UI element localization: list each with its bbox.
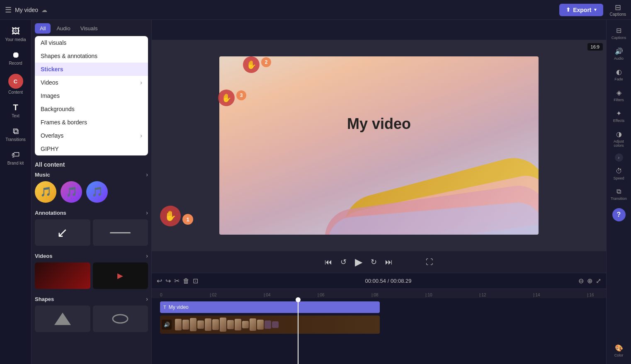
preview-canvas: 16:9 My video ✋ 1 ✋ [152, 40, 606, 251]
dropdown-item-videos[interactable]: Videos › [35, 76, 148, 89]
fade-rs-icon: ◐ [616, 68, 622, 76]
effects-rs-label: Effects [613, 119, 624, 123]
annotations-section-header: Annotations › [35, 209, 148, 216]
delete-button[interactable]: 🗑 [183, 277, 189, 285]
music-card-3[interactable]: 🎵 [86, 181, 108, 203]
fullscreen-button[interactable]: ⛶ [426, 258, 433, 267]
main-layout: 🖼 Your media ⏺ Record C Content T Text ⧉… [0, 20, 631, 364]
sidebar-item-transitions[interactable]: ⧉ Transitions [2, 123, 30, 145]
music-card-2[interactable]: 🎵 [61, 181, 82, 203]
skip-to-start-button[interactable]: ⏮ [325, 258, 332, 267]
panel: All Audio Visuals All visuals Shapes & a… [32, 20, 152, 364]
video-thumb-2[interactable]: ▶ [93, 262, 148, 289]
title-track[interactable]: T My video [160, 301, 380, 313]
rs-collapse-arrow[interactable]: › [615, 153, 623, 162]
export-button[interactable]: ⬆ Export ▾ [559, 4, 603, 16]
left-sidebar: 🖼 Your media ⏺ Record C Content T Text ⧉… [0, 20, 32, 364]
export-icon: ⬆ [566, 7, 570, 13]
speed-rs-label: Speed [613, 176, 624, 180]
redo-button[interactable]: ↪ [165, 277, 171, 285]
music-section-arrow-icon[interactable]: › [146, 171, 148, 178]
video-title: My video [15, 7, 38, 13]
skip-to-end-button[interactable]: ⏭ [385, 258, 393, 267]
svg-marker-0 [54, 313, 71, 325]
rs-item-speed[interactable]: ⏱ Speed [607, 164, 631, 184]
video-track[interactable]: 🔊 [160, 315, 380, 334]
content-heading: All content [35, 161, 148, 168]
shapes-section-arrow-icon[interactable]: › [146, 296, 148, 302]
undo-button[interactable]: ↩ [157, 277, 162, 285]
captions-rs-icon: ⊟ [616, 27, 621, 34]
captions-rs-label: Captions [612, 36, 626, 40]
content-avatar: C [8, 74, 23, 89]
videos-section-arrow-icon[interactable]: › [146, 252, 148, 259]
title-track-icon: T [163, 305, 166, 310]
ruler-mark-16: |:16 [587, 293, 594, 297]
sidebar-item-brand[interactable]: 🏷 Brand kit [2, 147, 30, 169]
ruler-mark-0: 0 [160, 293, 163, 297]
record-icon: ⏺ [12, 50, 20, 60]
annotations-section: Annotations › ↙ [35, 209, 148, 246]
filters-rs-label: Filters [614, 98, 624, 102]
music-section-title: Music [35, 172, 50, 178]
rs-item-transition[interactable]: ⧉ Transition [607, 184, 631, 204]
speed-rs-icon: ⏱ [616, 167, 622, 175]
expand-button[interactable]: ⤢ [596, 277, 601, 285]
title-track-label: My video [169, 304, 189, 310]
cloud-save-icon: ☁ [41, 7, 47, 13]
play-button[interactable]: ▶ [355, 256, 362, 268]
your-media-icon: 🖼 [12, 27, 20, 36]
captions-icon: ⊟ [615, 3, 621, 12]
tab-visuals[interactable]: Visuals [76, 23, 102, 34]
video-thumb-1[interactable] [35, 262, 90, 289]
zoom-in-button[interactable]: ⊕ [587, 277, 592, 285]
dropdown-item-giphy[interactable]: GIPHY [35, 142, 148, 155]
sidebar-item-text[interactable]: T Text [2, 99, 30, 121]
rs-item-color[interactable]: 🎨 Color [607, 341, 631, 361]
annotations-section-arrow-icon[interactable]: › [146, 209, 148, 216]
sidebar-item-record[interactable]: ⏺ Record [2, 47, 30, 69]
timeline-cursor[interactable] [298, 298, 299, 364]
caption-track-button[interactable]: ⊡ [193, 277, 198, 285]
cut-button[interactable]: ✂ [174, 277, 180, 285]
tab-audio[interactable]: Audio [52, 23, 74, 34]
ruler-mark-6: |:06 [318, 293, 325, 297]
shape-thumb-2[interactable] [93, 306, 148, 332]
shape-thumb-1[interactable] [35, 306, 90, 332]
video-track-audio-icon: 🔊 [162, 320, 172, 330]
rs-item-fade[interactable]: ◐ Fade [607, 65, 631, 85]
audio-rs-icon: 🔊 [615, 47, 623, 55]
annotation-thumb-2[interactable] [93, 219, 148, 246]
menu-button[interactable]: ☰ [5, 5, 12, 15]
rs-item-effects[interactable]: ✦ Effects [607, 106, 631, 126]
rs-item-filters[interactable]: ◈ Filters [607, 85, 631, 105]
dropdown-item-images[interactable]: Images [35, 89, 148, 102]
sidebar-item-your-media[interactable]: 🖼 Your media [2, 23, 30, 45]
zoom-out-button[interactable]: ⊖ [578, 277, 584, 285]
sidebar-item-content[interactable]: C Content [2, 70, 30, 98]
timeline-toolbar: ↩ ↪ ✂ 🗑 ⊡ 00:00.54 / 00:08.29 ⊖ ⊕ ⤢ [152, 273, 606, 289]
dropdown-item-all-visuals[interactable]: All visuals [35, 36, 148, 49]
playback-controls: ⏮ ↺ ▶ ↻ ⏭ ⛶ [152, 251, 606, 273]
music-card-1[interactable]: 🎵 [35, 181, 56, 203]
dropdown-item-backgrounds[interactable]: Backgrounds [35, 102, 148, 116]
dropdown-item-frames[interactable]: Frames & borders [35, 116, 148, 129]
tab-all[interactable]: All [35, 23, 51, 34]
fade-rs-label: Fade [614, 77, 623, 81]
rs-item-captions[interactable]: ⊟ Captions [607, 23, 631, 43]
aspect-ratio-badge[interactable]: 16:9 [587, 43, 603, 51]
rs-item-adjust-colors[interactable]: ◑ Adjust colors [607, 127, 631, 151]
forward-button[interactable]: ↻ [371, 257, 377, 267]
dropdown-item-overlays[interactable]: Overlays › [35, 129, 148, 142]
help-button[interactable]: ? [612, 208, 626, 221]
rewind-button[interactable]: ↺ [340, 257, 347, 267]
shapes-section-header: Shapes › [35, 296, 148, 302]
videos-thumbs: ▶ [35, 262, 148, 289]
dropdown-item-stickers[interactable]: Stickers [35, 63, 148, 76]
ruler-mark-14: |:14 [533, 293, 540, 297]
panel-tabs: All Audio Visuals [32, 20, 151, 34]
captions-button[interactable]: ⊟ Captions [610, 3, 626, 17]
rs-item-audio[interactable]: 🔊 Audio [607, 44, 631, 64]
annotation-thumb-1[interactable]: ↙ [35, 219, 90, 246]
dropdown-item-shapes[interactable]: Shapes & annotations [35, 49, 148, 63]
